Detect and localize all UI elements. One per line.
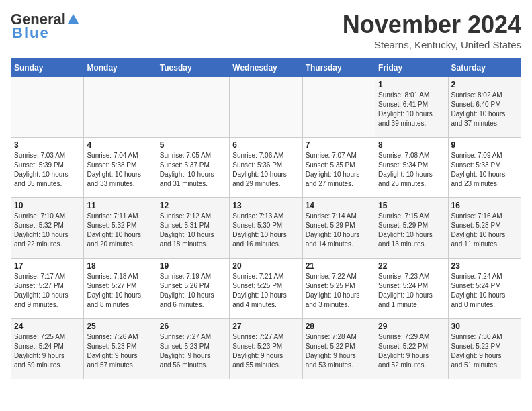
calendar-cell: 17Sunrise: 7:17 AMSunset: 5:27 PMDayligh… [11, 259, 84, 319]
calendar-cell: 10Sunrise: 7:10 AMSunset: 5:32 PMDayligh… [11, 198, 84, 259]
weekday-header-wednesday: Wednesday [230, 59, 302, 77]
title-block: November 2024 Stearns, Kentucky, United … [343, 11, 521, 50]
day-number: 8 [378, 140, 445, 150]
calendar-cell: 6Sunrise: 7:06 AMSunset: 5:36 PMDaylight… [230, 138, 302, 198]
day-detail: Sunrise: 7:19 AMSunset: 5:26 PMDaylight:… [160, 272, 226, 310]
logo-blue: Blue [12, 24, 50, 42]
calendar-cell: 11Sunrise: 7:11 AMSunset: 5:32 PMDayligh… [84, 198, 157, 259]
calendar-week-1: 1Sunrise: 8:01 AMSunset: 6:41 PMDaylight… [11, 77, 521, 138]
calendar-header-row: SundayMondayTuesdayWednesdayThursdayFrid… [11, 59, 521, 77]
calendar-cell: 28Sunrise: 7:28 AMSunset: 5:22 PMDayligh… [302, 319, 375, 379]
calendar-week-5: 24Sunrise: 7:25 AMSunset: 5:24 PMDayligh… [11, 319, 521, 379]
weekday-header-thursday: Thursday [302, 59, 375, 77]
calendar-cell [11, 77, 84, 138]
day-number: 7 [306, 140, 372, 150]
day-detail: Sunrise: 7:15 AMSunset: 5:29 PMDaylight:… [378, 212, 445, 249]
calendar-cell: 5Sunrise: 7:05 AMSunset: 5:37 PMDaylight… [157, 138, 229, 198]
calendar-cell: 24Sunrise: 7:25 AMSunset: 5:24 PMDayligh… [11, 319, 84, 379]
weekday-header-monday: Monday [84, 59, 157, 77]
day-detail: Sunrise: 7:07 AMSunset: 5:35 PMDaylight:… [306, 151, 372, 189]
calendar-cell: 26Sunrise: 7:27 AMSunset: 5:23 PMDayligh… [157, 319, 229, 379]
calendar-cell [302, 77, 375, 138]
day-number: 9 [451, 140, 518, 150]
calendar-cell: 14Sunrise: 7:14 AMSunset: 5:29 PMDayligh… [302, 198, 375, 259]
day-number: 16 [451, 201, 518, 210]
day-number: 20 [232, 261, 299, 271]
day-number: 30 [451, 322, 518, 331]
calendar-cell: 19Sunrise: 7:19 AMSunset: 5:26 PMDayligh… [157, 259, 229, 319]
day-detail: Sunrise: 7:21 AMSunset: 5:25 PMDaylight:… [232, 272, 299, 310]
calendar-week-2: 3Sunrise: 7:03 AMSunset: 5:39 PMDaylight… [11, 138, 521, 198]
day-detail: Sunrise: 7:25 AMSunset: 5:24 PMDaylight:… [14, 332, 81, 370]
day-detail: Sunrise: 7:17 AMSunset: 5:27 PMDaylight:… [14, 272, 81, 310]
svg-marker-0 [68, 14, 79, 24]
day-detail: Sunrise: 7:26 AMSunset: 5:23 PMDaylight:… [87, 332, 153, 370]
day-number: 17 [14, 261, 81, 271]
day-number: 29 [378, 322, 445, 331]
day-number: 19 [160, 261, 226, 271]
location: Stearns, Kentucky, United States [343, 39, 521, 50]
day-number: 11 [87, 201, 153, 210]
calendar-cell: 27Sunrise: 7:27 AMSunset: 5:23 PMDayligh… [230, 319, 302, 379]
day-detail: Sunrise: 7:12 AMSunset: 5:31 PMDaylight:… [160, 212, 226, 249]
day-detail: Sunrise: 7:04 AMSunset: 5:38 PMDaylight:… [87, 151, 153, 189]
day-number: 14 [306, 201, 372, 210]
day-detail: Sunrise: 7:06 AMSunset: 5:36 PMDaylight:… [232, 151, 299, 189]
day-detail: Sunrise: 7:09 AMSunset: 5:33 PMDaylight:… [451, 151, 518, 189]
day-detail: Sunrise: 7:11 AMSunset: 5:32 PMDaylight:… [87, 212, 153, 249]
calendar-cell: 2Sunrise: 8:02 AMSunset: 6:40 PMDaylight… [448, 77, 521, 138]
calendar-cell: 16Sunrise: 7:16 AMSunset: 5:28 PMDayligh… [448, 198, 521, 259]
day-number: 25 [87, 322, 153, 331]
weekday-header-tuesday: Tuesday [157, 59, 229, 77]
day-number: 15 [378, 201, 445, 210]
day-detail: Sunrise: 7:10 AMSunset: 5:32 PMDaylight:… [14, 212, 81, 249]
weekday-header-saturday: Saturday [448, 59, 521, 77]
calendar-week-3: 10Sunrise: 7:10 AMSunset: 5:32 PMDayligh… [11, 198, 521, 259]
calendar-cell [157, 77, 229, 138]
day-detail: Sunrise: 8:01 AMSunset: 6:41 PMDaylight:… [378, 91, 445, 128]
day-number: 26 [160, 322, 226, 331]
logo: General Blue [11, 11, 81, 42]
calendar-cell: 22Sunrise: 7:23 AMSunset: 5:24 PMDayligh… [375, 259, 448, 319]
weekday-header-sunday: Sunday [11, 59, 84, 77]
day-detail: Sunrise: 7:29 AMSunset: 5:22 PMDaylight:… [378, 332, 445, 370]
day-number: 10 [14, 201, 81, 210]
calendar-cell: 9Sunrise: 7:09 AMSunset: 5:33 PMDaylight… [448, 138, 521, 198]
day-number: 28 [306, 322, 372, 331]
day-detail: Sunrise: 7:18 AMSunset: 5:27 PMDaylight:… [87, 272, 153, 310]
calendar-table: SundayMondayTuesdayWednesdayThursdayFrid… [11, 58, 521, 379]
day-detail: Sunrise: 7:03 AMSunset: 5:39 PMDaylight:… [14, 151, 81, 189]
calendar-week-4: 17Sunrise: 7:17 AMSunset: 5:27 PMDayligh… [11, 259, 521, 319]
day-number: 23 [451, 261, 518, 271]
calendar-cell: 25Sunrise: 7:26 AMSunset: 5:23 PMDayligh… [84, 319, 157, 379]
calendar-cell: 23Sunrise: 7:24 AMSunset: 5:24 PMDayligh… [448, 259, 521, 319]
calendar-cell: 18Sunrise: 7:18 AMSunset: 5:27 PMDayligh… [84, 259, 157, 319]
day-number: 13 [232, 201, 299, 210]
day-detail: Sunrise: 7:27 AMSunset: 5:23 PMDaylight:… [232, 332, 299, 370]
calendar-cell: 3Sunrise: 7:03 AMSunset: 5:39 PMDaylight… [11, 138, 84, 198]
calendar-cell: 1Sunrise: 8:01 AMSunset: 6:41 PMDaylight… [375, 77, 448, 138]
calendar-cell: 4Sunrise: 7:04 AMSunset: 5:38 PMDaylight… [84, 138, 157, 198]
page-header: General Blue November 2024 Stearns, Kent… [11, 11, 521, 50]
calendar-cell: 29Sunrise: 7:29 AMSunset: 5:22 PMDayligh… [375, 319, 448, 379]
calendar-cell: 7Sunrise: 7:07 AMSunset: 5:35 PMDaylight… [302, 138, 375, 198]
day-detail: Sunrise: 7:28 AMSunset: 5:22 PMDaylight:… [306, 332, 372, 370]
day-detail: Sunrise: 7:16 AMSunset: 5:28 PMDaylight:… [451, 212, 518, 249]
calendar-cell: 8Sunrise: 7:08 AMSunset: 5:34 PMDaylight… [375, 138, 448, 198]
calendar-cell [84, 77, 157, 138]
day-number: 3 [14, 140, 81, 150]
weekday-header-friday: Friday [375, 59, 448, 77]
day-detail: Sunrise: 7:22 AMSunset: 5:25 PMDaylight:… [306, 272, 372, 310]
day-detail: Sunrise: 7:27 AMSunset: 5:23 PMDaylight:… [160, 332, 226, 370]
day-number: 22 [378, 261, 445, 271]
day-number: 27 [232, 322, 299, 331]
day-number: 2 [451, 80, 518, 89]
day-number: 4 [87, 140, 153, 150]
day-detail: Sunrise: 7:14 AMSunset: 5:29 PMDaylight:… [306, 212, 372, 249]
day-number: 12 [160, 201, 226, 210]
day-detail: Sunrise: 7:05 AMSunset: 5:37 PMDaylight:… [160, 151, 226, 189]
calendar-cell: 12Sunrise: 7:12 AMSunset: 5:31 PMDayligh… [157, 198, 229, 259]
day-number: 21 [306, 261, 372, 271]
day-detail: Sunrise: 7:23 AMSunset: 5:24 PMDaylight:… [378, 272, 445, 310]
day-detail: Sunrise: 8:02 AMSunset: 6:40 PMDaylight:… [451, 91, 518, 128]
